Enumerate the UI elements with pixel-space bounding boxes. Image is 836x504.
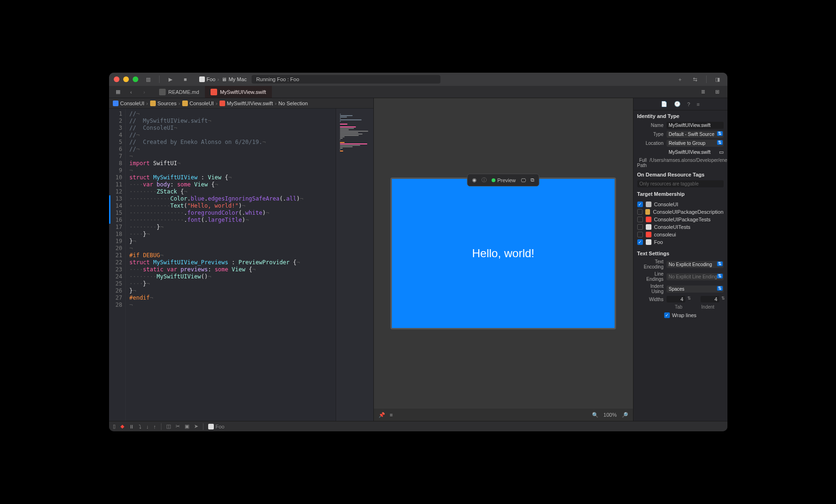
list-icon[interactable]: ≡ [390, 412, 393, 418]
step-into-icon[interactable]: ↓ [146, 424, 149, 429]
memory-graph-icon[interactable]: ✂ [176, 423, 180, 429]
source-editor[interactable]: 1234567891011121314151617181920212223242… [109, 109, 336, 421]
panels-icon[interactable]: ▥ [143, 75, 153, 84]
zoom-out-icon[interactable]: 🔍 [592, 412, 599, 418]
encoding-label: Text Encoding [637, 259, 664, 269]
target-membership-list: ✓ConsoleUIConsoleUIPackageDescriptionCon… [633, 199, 727, 248]
choose-file-icon[interactable]: ▭ [719, 149, 724, 155]
ondemand-field[interactable]: Only resources are taggable [637, 180, 724, 187]
location-select[interactable]: Relative to Group [667, 140, 724, 147]
live-preview-icon[interactable]: ◉ [472, 177, 477, 183]
step-out-icon[interactable]: ↑ [153, 424, 156, 429]
identity-section-title: Identity and Type [633, 110, 727, 121]
tab-myswiftuiview[interactable]: MySwiftUIView.swift [205, 86, 272, 98]
lineendings-label: Line Endings [637, 271, 664, 282]
process-selector[interactable]: Foo [208, 424, 225, 429]
preview-info-icon[interactable]: ⓘ [481, 176, 487, 184]
target-row[interactable]: consoleui [637, 231, 724, 238]
encoding-select[interactable]: No Explicit Encoding [667, 261, 724, 268]
type-select[interactable]: Default - Swift Source [667, 131, 724, 138]
swift-file-icon [211, 89, 217, 95]
target-checkbox[interactable]: ✓ [637, 202, 643, 207]
crumb: Sources [158, 101, 177, 106]
minimize-window-button[interactable] [123, 76, 129, 82]
scheme-selector[interactable]: Foo › 🖥 My Mac [199, 76, 247, 82]
name-label: Name [637, 123, 664, 128]
mac-icon: 🖥 [221, 76, 227, 82]
editor-pane: ConsoleUI › Sources › ConsoleUI › MySwif… [109, 98, 373, 421]
tab-width-field[interactable]: 4 [667, 296, 685, 302]
target-icon [646, 239, 651, 245]
minimap[interactable] [336, 109, 373, 421]
target-row[interactable]: ConsoleUIPackageTests [637, 216, 724, 223]
breadcrumb[interactable]: ConsoleUI › Sources › ConsoleUI › MySwif… [109, 98, 373, 109]
attributes-inspector-tab-icon[interactable]: ≡ [697, 101, 700, 107]
environment-icon[interactable]: ▣ [185, 423, 189, 429]
device-icon[interactable]: 🖵 [521, 177, 526, 183]
target-checkbox[interactable] [637, 217, 643, 222]
stop-button[interactable]: ■ [180, 75, 191, 84]
run-button[interactable]: ▶ [165, 75, 176, 84]
zoom-in-icon[interactable]: 🔎 [622, 412, 628, 418]
fullpath-label: Full Path [637, 158, 647, 168]
titlebar: ▥ ▶ ■ Foo › 🖥 My Mac Running Foo : Foo ＋… [109, 73, 727, 86]
help-inspector-tab-icon[interactable]: ? [687, 101, 690, 107]
preview-device: Hello, world! [390, 177, 616, 329]
preview-text: Hello, world! [472, 247, 534, 260]
back-button[interactable]: ‹ [126, 88, 136, 96]
target-icon [646, 217, 651, 222]
duplicate-preview-icon[interactable]: ⧉ [531, 177, 534, 183]
adjust-editor-icon[interactable]: ≣ [698, 88, 709, 96]
add-editor-icon[interactable]: ⊞ [712, 88, 723, 96]
step-over-icon[interactable]: ⤵ [139, 424, 142, 429]
hide-debugger-icon[interactable]: ▯ [113, 423, 116, 429]
code-text[interactable]: //¬// MySwiftUIView.swift¬// ConsoleUI¬/… [126, 109, 307, 421]
wrap-lines-checkbox[interactable]: ✓ [664, 312, 670, 318]
process-name: Foo [216, 424, 225, 429]
zoom-window-button[interactable] [133, 76, 138, 82]
target-row[interactable]: ConsoleUIPackageDescription [637, 208, 724, 216]
target-row[interactable]: ✓ConsoleUI [637, 201, 724, 208]
indent-using-select[interactable]: Spaces [667, 286, 724, 293]
debug-view-icon[interactable]: ◫ [166, 423, 171, 429]
pause-icon[interactable]: ⏸ [129, 424, 134, 429]
history-inspector-tab-icon[interactable]: 🕘 [674, 101, 681, 107]
target-row[interactable]: ✓Foo [637, 238, 724, 246]
app-icon [199, 76, 205, 82]
target-row[interactable]: ConsoleUITests [637, 223, 724, 231]
preview-label: Preview [491, 177, 515, 183]
code-review-icon[interactable]: ⇆ [690, 75, 701, 84]
target-membership-title: Target Membership [633, 188, 727, 199]
inspector-panel: 📄 🕘 ? ≡ Identity and Type Name MySwiftUI… [633, 98, 727, 421]
traffic-lights [114, 76, 138, 82]
related-items-icon[interactable]: ▦ [113, 88, 123, 96]
inspector-tabs: 📄 🕘 ? ≡ [633, 98, 727, 110]
zoom-level[interactable]: 100% [603, 412, 616, 418]
location-icon[interactable]: ➤ [194, 423, 198, 429]
target-checkbox[interactable] [637, 232, 643, 237]
forward-button[interactable]: › [139, 88, 150, 96]
add-icon[interactable]: ＋ [675, 75, 685, 84]
close-window-button[interactable] [114, 76, 119, 82]
breakpoints-icon[interactable]: ◆ [120, 423, 124, 429]
right-panel-toggle-icon[interactable]: ◨ [712, 75, 723, 84]
target-icon [646, 224, 651, 230]
tab-bar: ▦ ‹ › README.md MySwiftUIView.swift ≣ ⊞ [109, 86, 727, 98]
text-settings-title: Text Settings [633, 248, 727, 258]
target-checkbox[interactable] [637, 224, 643, 230]
target-checkbox[interactable]: ✓ [637, 239, 643, 245]
target-name: consoleui [654, 232, 676, 237]
type-label: Type [637, 132, 664, 137]
pin-icon[interactable]: 📌 [379, 412, 385, 418]
indent-using-label: Indent Using [637, 284, 664, 294]
tab-readme[interactable]: README.md [153, 86, 205, 98]
target-checkbox[interactable] [637, 209, 642, 215]
file-inspector-tab-icon[interactable]: 📄 [661, 101, 667, 107]
xcode-window: ▥ ▶ ■ Foo › 🖥 My Mac Running Foo : Foo ＋… [109, 73, 727, 431]
lineendings-select[interactable]: No Explicit Line Endings [667, 273, 724, 280]
name-field[interactable]: MySwiftUIView.swift [667, 122, 724, 129]
separator [706, 76, 707, 83]
activity-status[interactable]: Running Foo : Foo [252, 75, 440, 84]
indent-width-field[interactable]: 4 [701, 296, 719, 302]
canvas-area[interactable]: Hello, world! [374, 98, 633, 409]
